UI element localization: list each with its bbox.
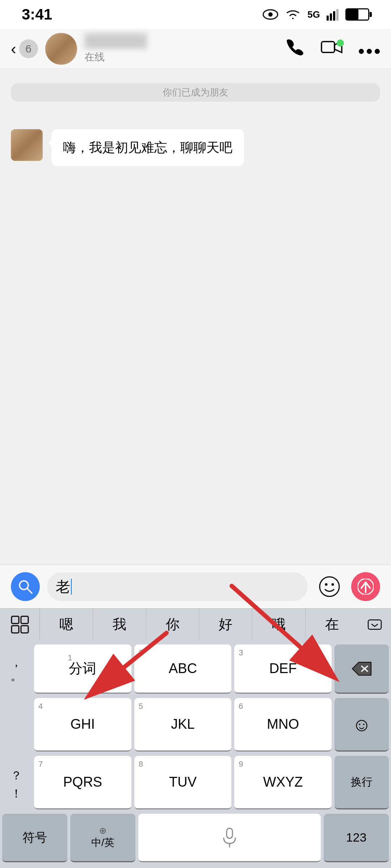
voice-call-button[interactable] — [286, 37, 305, 60]
message-row: 嗨，我是初见难忘，聊聊天吧 — [11, 129, 380, 166]
emoji-key[interactable]: ☺ — [335, 698, 389, 752]
candidate-bar: 嗯 我 你 好 哦 在 — [0, 608, 391, 640]
keyboard-row-2: 4 GHI 5 JKL 6 MNO ☺ — [0, 698, 391, 756]
battery-icon — [345, 8, 369, 21]
space-key[interactable] — [138, 814, 321, 862]
svg-rect-3 — [330, 13, 332, 21]
keyboard-row-4: 符号 ⊕ 中/英 123 — [0, 814, 391, 868]
fuhao-key[interactable]: 符号 — [2, 814, 67, 862]
svg-rect-6 — [321, 42, 335, 52]
key-ghi[interactable]: 4 GHI — [34, 698, 131, 752]
num123-label: 123 — [346, 830, 367, 844]
chat-container: ‹ 6 ██████ 在线 — [0, 29, 391, 868]
status-icons: 5G — [262, 8, 369, 21]
key-def[interactable]: 3 DEF — [234, 644, 332, 694]
enter-key[interactable]: 换行 — [335, 756, 389, 809]
key-pqrs-label: PQRS — [63, 774, 102, 790]
svg-point-8 — [367, 49, 372, 54]
key-jkl[interactable]: 5 JKL — [134, 698, 232, 752]
punct-period[interactable]: 。 — [10, 670, 22, 682]
signal-5g: 5G — [307, 9, 320, 20]
svg-point-7 — [359, 49, 364, 54]
svg-point-14 — [332, 583, 334, 586]
status-time: 3:41 — [22, 6, 52, 23]
key-mno[interactable]: 6 MNO — [234, 698, 332, 752]
more-options-button[interactable] — [358, 39, 380, 59]
key-fenci-label: 分词 — [69, 659, 96, 678]
key-wxyz[interactable]: 9 WXYZ — [234, 756, 332, 809]
message-text: 嗨，我是初见难忘，聊聊天吧 — [63, 140, 232, 155]
punct-apostrophe[interactable]: ， — [10, 656, 22, 668]
text-input-wrapper[interactable]: 老 — [47, 572, 308, 601]
keyboard-row-1: ， 。 1 分词 2 ABC 3 DEF — [0, 640, 391, 698]
grid-icon — [11, 616, 29, 634]
send-icon — [358, 579, 374, 595]
cursor — [71, 579, 72, 595]
key-fenci[interactable]: 1 分词 — [34, 644, 131, 694]
keyboard-row-3: ？ ！ 7 PQRS 8 TUV 9 WXYZ 换行 — [0, 756, 391, 814]
svg-rect-2 — [327, 16, 329, 21]
svg-rect-17 — [12, 616, 19, 624]
chat-header: ‹ 6 ██████ 在线 — [0, 29, 391, 69]
candidate-word-2[interactable]: 我 — [93, 609, 146, 641]
candidate-word-5[interactable]: 哦 — [252, 609, 306, 641]
punct-column-2 — [0, 698, 33, 756]
key-tuv[interactable]: 8 TUV — [134, 756, 232, 809]
svg-point-12 — [320, 577, 339, 596]
back-button[interactable]: ‹ 6 — [11, 39, 38, 58]
svg-rect-19 — [12, 626, 19, 633]
signal-bars — [327, 8, 339, 21]
svg-point-1 — [268, 12, 273, 17]
search-button[interactable] — [11, 572, 40, 601]
key-pqrs[interactable]: 7 PQRS — [34, 756, 131, 809]
svg-rect-5 — [336, 9, 339, 21]
candidate-collapse-button[interactable] — [358, 609, 391, 641]
punct-column-3: ？ ！ — [0, 756, 33, 814]
key-abc[interactable]: 2 ABC — [134, 644, 232, 694]
status-bar: 3:41 5G — [0, 0, 391, 29]
collapse-icon — [367, 619, 383, 630]
mic-svg — [222, 827, 237, 848]
eye-icon — [262, 9, 278, 20]
svg-rect-18 — [21, 616, 28, 624]
svg-rect-4 — [333, 11, 335, 21]
contact-info: ██████ 在线 — [84, 33, 286, 64]
svg-rect-24 — [227, 828, 232, 838]
zhongying-key[interactable]: ⊕ 中/英 — [70, 814, 135, 862]
backspace-icon — [351, 661, 373, 677]
key-tuv-label: TUV — [169, 774, 197, 790]
punct-question[interactable]: ？ — [10, 768, 22, 784]
key-wxyz-label: WXYZ — [263, 774, 303, 790]
emoji-button[interactable] — [315, 572, 344, 601]
key-mno-label: MNO — [267, 716, 299, 732]
message-bubble: 嗨，我是初见难忘，聊聊天吧 — [51, 129, 244, 166]
keyboard: ， 。 1 分词 2 ABC 3 DEF — [0, 640, 391, 868]
candidate-word-3[interactable]: 你 — [146, 609, 199, 641]
send-button[interactable] — [351, 572, 380, 601]
contact-name: ██████ — [84, 33, 286, 49]
punct-exclaim[interactable]: ！ — [10, 786, 22, 802]
backspace-key[interactable] — [335, 644, 389, 694]
num123-key[interactable]: 123 — [324, 814, 389, 862]
system-message-wrap: 你们已成为朋友 — [11, 83, 380, 115]
video-active-dot — [337, 39, 344, 47]
candidate-grid-button[interactable] — [0, 609, 40, 641]
video-call-button[interactable] — [321, 39, 342, 59]
svg-point-13 — [325, 583, 328, 586]
candidate-words: 嗯 我 你 好 哦 在 — [40, 609, 358, 641]
key-def-label: DEF — [269, 661, 297, 676]
key-ghi-label: GHI — [71, 716, 95, 732]
wifi-icon — [285, 8, 301, 21]
candidate-word-4[interactable]: 好 — [199, 609, 252, 641]
candidate-word-1[interactable]: 嗯 — [40, 609, 93, 641]
input-bar: 老 — [0, 565, 391, 608]
back-chevron-icon: ‹ — [11, 41, 16, 57]
punct-column-1: ， 。 — [0, 640, 33, 698]
contact-status: 在线 — [84, 50, 286, 64]
enter-key-label: 换行 — [351, 775, 373, 790]
search-icon — [17, 579, 33, 595]
input-text: 老 — [56, 577, 70, 597]
svg-rect-20 — [21, 626, 28, 633]
back-badge: 6 — [19, 39, 38, 58]
candidate-word-6[interactable]: 在 — [306, 609, 358, 641]
